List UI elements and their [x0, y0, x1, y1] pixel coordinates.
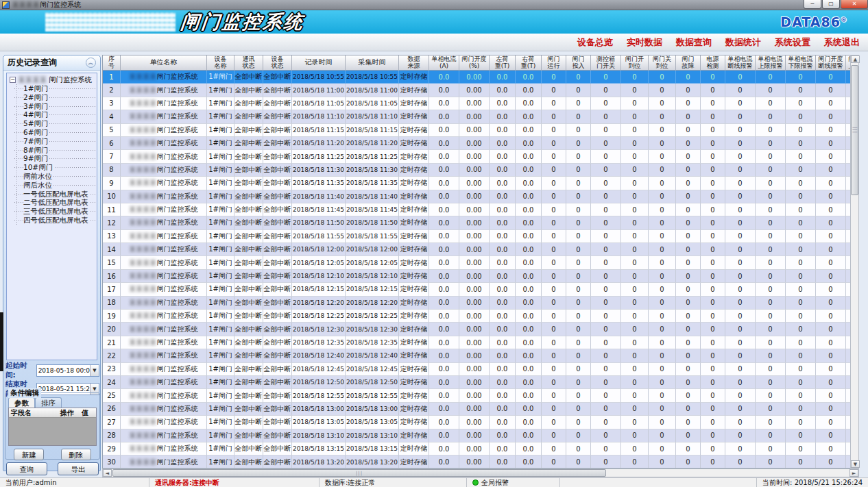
- table-row[interactable]: 24某某某某闸门监控系统1#闸门全部中断全部中断2018/5/18 12:502…: [103, 376, 850, 389]
- tree-root-node[interactable]: − 某某某某 闸门监控系统: [10, 75, 97, 84]
- delete-condition-button[interactable]: 删除: [61, 449, 91, 460]
- scroll-down-icon[interactable]: ▼: [851, 460, 860, 468]
- column-header[interactable]: 测控箱 门开关: [591, 55, 621, 71]
- table-row[interactable]: 21某某某某闸门监控系统1#闸门全部中断全部中断2018/5/18 12:352…: [103, 336, 850, 349]
- tree-item[interactable]: 闸后水位: [14, 181, 97, 190]
- column-header[interactable]: 设备 状态: [263, 55, 292, 71]
- column-header[interactable]: 右荷 重(T): [516, 55, 542, 71]
- tree-item[interactable]: 二号低压配电屏电表: [14, 198, 97, 207]
- menu-data-statistics[interactable]: 数据统计: [725, 36, 761, 49]
- start-time-picker[interactable]: 2018-05-18 00:0 ▼: [36, 364, 99, 377]
- close-button[interactable]: ✕: [841, 0, 868, 9]
- maximize-button[interactable]: ▢: [822, 0, 840, 9]
- table-row[interactable]: 10某某某某闸门监控系统1#闸门全部中断全部中断2018/5/18 11:402…: [103, 190, 850, 203]
- tree-item[interactable]: 闸前水位: [14, 172, 97, 181]
- horizontal-scrollbar-thumb[interactable]: |||: [112, 469, 606, 477]
- query-button[interactable]: 查询: [6, 462, 47, 475]
- column-header[interactable]: 单相电流 (A): [429, 55, 459, 71]
- table-row[interactable]: 26某某某某闸门监控系统1#闸门全部中断全部中断2018/5/18 13:002…: [103, 403, 850, 416]
- tree-item[interactable]: 8#闸门: [14, 146, 97, 155]
- column-header[interactable]: 闸门 投入: [566, 55, 591, 71]
- vertical-scrollbar[interactable]: ▲ ||| ▼: [850, 55, 859, 469]
- table-row[interactable]: 1某某某某闸门监控系统1#闸门全部中断全部中断2018/5/18 10:5520…: [103, 71, 850, 84]
- table-row[interactable]: 27某某某某闸门监控系统1#闸门全部中断全部中断2018/5/18 13:052…: [103, 416, 850, 429]
- tree-item[interactable]: 四号低压配电屏电表: [14, 216, 97, 225]
- table-row[interactable]: 9某某某某闸门监控系统1#闸门全部中断全部中断2018/5/18 11:3520…: [103, 177, 850, 190]
- column-header[interactable]: 左荷 重(T): [490, 55, 516, 71]
- table-row[interactable]: 17某某某某闸门监控系统1#闸门全部中断全部中断2018/5/18 12:152…: [103, 283, 850, 296]
- tree-item[interactable]: 三号低压配电屏电表: [14, 207, 97, 216]
- table-row[interactable]: 23某某某某闸门监控系统1#闸门全部中断全部中断2018/5/18 12:452…: [103, 363, 850, 376]
- cell: 2018/5/18 12:00: [346, 243, 399, 256]
- table-row[interactable]: 19某某某某闸门监控系统1#闸门全部中断全部中断2018/5/18 12:252…: [103, 310, 850, 323]
- column-header[interactable]: 单相电流 断线报警: [725, 55, 756, 71]
- menu-device-overview[interactable]: 设备总览: [577, 36, 613, 49]
- table-row[interactable]: 13某某某某闸门监控系统1#闸门全部中断全部中断2018/5/18 11:552…: [103, 230, 850, 243]
- table-row[interactable]: 4某某某某闸门监控系统1#闸门全部中断全部中断2018/5/18 11:1020…: [103, 110, 850, 123]
- column-header[interactable]: 电源 检测: [701, 55, 725, 71]
- tree-item[interactable]: 3#闸门: [14, 102, 97, 111]
- minimize-button[interactable]: ─: [804, 0, 821, 9]
- scroll-left-icon[interactable]: ◄: [103, 469, 112, 477]
- new-condition-button[interactable]: 新建: [14, 449, 44, 460]
- start-time-dropdown-icon[interactable]: ▼: [90, 365, 99, 376]
- tree-item[interactable]: 10#闸门: [14, 163, 97, 172]
- horizontal-scrollbar[interactable]: ◄ ||| ►: [102, 469, 859, 477]
- table-row[interactable]: 16某某某某闸门监控系统1#闸门全部中断全部中断2018/5/18 12:102…: [103, 270, 850, 283]
- table-row[interactable]: 15某某某某闸门监控系统1#闸门全部中断全部中断2018/5/18 12:052…: [103, 256, 850, 269]
- column-header[interactable]: 闸门开度 断线报警: [816, 55, 846, 71]
- column-header[interactable]: 单位名称: [121, 55, 207, 71]
- tab-sort[interactable]: 排序: [35, 397, 62, 408]
- tree-item[interactable]: 9#闸门: [14, 154, 97, 163]
- column-header[interactable]: 闸门 运行: [542, 55, 566, 71]
- column-header[interactable]: 通讯 状态: [234, 55, 263, 71]
- column-header[interactable]: 数据 来源: [399, 55, 429, 71]
- table-row[interactable]: 28某某某某闸门监控系统1#闸门全部中断全部中断2018/5/18 13:102…: [103, 429, 850, 442]
- table-row[interactable]: 7某某某某闸门监控系统1#闸门全部中断全部中断2018/5/18 11:2520…: [103, 150, 850, 163]
- column-header[interactable]: 闸门关 到位: [649, 55, 676, 71]
- table-row[interactable]: 29某某某某闸门监控系统1#闸门全部中断全部中断2018/5/18 13:152…: [103, 442, 850, 455]
- scroll-right-icon[interactable]: ►: [849, 469, 858, 477]
- collapse-panel-icon[interactable]: ︽: [86, 58, 96, 68]
- column-header[interactable]: 单相电流 上限报警: [756, 55, 786, 71]
- condition-list[interactable]: 字段名 操作 值: [8, 408, 97, 446]
- table-row[interactable]: 3某某某某闸门监控系统1#闸门全部中断全部中断2018/5/18 11:0520…: [103, 97, 850, 110]
- menu-data-query[interactable]: 数据查询: [676, 36, 712, 49]
- table-row[interactable]: 11某某某某闸门监控系统1#闸门全部中断全部中断2018/5/18 11:452…: [103, 203, 850, 216]
- export-button[interactable]: 导出: [58, 462, 99, 475]
- column-header[interactable]: 序 号: [103, 55, 121, 71]
- table-row[interactable]: 14某某某某闸门监控系统1#闸门全部中断全部中断2018/5/18 12:002…: [103, 243, 850, 256]
- column-header[interactable]: 设备 名称: [207, 55, 234, 71]
- column-header[interactable]: 闸门开度 (%): [459, 55, 490, 71]
- table-row[interactable]: 6某某某某闸门监控系统1#闸门全部中断全部中断2018/5/18 11:2020…: [103, 137, 850, 150]
- table-row[interactable]: 2某某某某闸门监控系统1#闸门全部中断全部中断2018/5/18 11:0020…: [103, 84, 850, 97]
- vertical-scrollbar-thumb[interactable]: |||: [851, 65, 858, 195]
- tree-item[interactable]: 4#闸门: [14, 110, 97, 119]
- cell: 0: [566, 150, 591, 163]
- table-row[interactable]: 12某某某某闸门监控系统1#闸门全部中断全部中断2018/5/18 11:502…: [103, 216, 850, 229]
- scroll-up-icon[interactable]: ▲: [851, 55, 860, 63]
- table-row[interactable]: 18某某某某闸门监控系统1#闸门全部中断全部中断2018/5/18 12:202…: [103, 297, 850, 310]
- table-row[interactable]: 5某某某某闸门监控系统1#闸门全部中断全部中断2018/5/18 11:1520…: [103, 124, 850, 137]
- column-header[interactable]: 闸门开 到位: [621, 55, 649, 71]
- tree-item[interactable]: 1#闸门: [14, 84, 97, 93]
- menu-realtime-data[interactable]: 实时数据: [627, 36, 662, 49]
- table-row[interactable]: 20某某某某闸门监控系统1#闸门全部中断全部中断2018/5/18 12:302…: [103, 323, 850, 336]
- tab-parameters[interactable]: 参数: [8, 397, 35, 408]
- column-header[interactable]: 采集时间: [346, 55, 399, 71]
- table-row[interactable]: 8某某某某闸门监控系统1#闸门全部中断全部中断2018/5/18 11:3020…: [103, 164, 850, 177]
- table-row[interactable]: 22某某某某闸门监控系统1#闸门全部中断全部中断2018/5/18 12:402…: [103, 349, 850, 362]
- tree-item[interactable]: 2#闸门: [14, 93, 97, 102]
- tree-item[interactable]: 5#闸门: [14, 119, 97, 128]
- column-header[interactable]: 闸门 故障: [676, 55, 701, 71]
- table-row[interactable]: 25某某某某闸门监控系统1#闸门全部中断全部中断2018/5/18 12:552…: [103, 389, 850, 402]
- menu-system-exit[interactable]: 系统退出: [824, 36, 860, 49]
- tree-collapse-icon[interactable]: −: [10, 77, 16, 83]
- tree-item[interactable]: 7#闸门: [14, 137, 97, 146]
- tree-item[interactable]: 6#闸门: [14, 128, 97, 137]
- table-row[interactable]: 30某某某某闸门监控系统1#闸门全部中断全部中断2018/5/18 13:202…: [103, 455, 850, 469]
- menu-system-settings[interactable]: 系统设置: [775, 36, 810, 49]
- column-header[interactable]: 单相电流 下限报警: [786, 55, 816, 71]
- tree-item[interactable]: 一号低压配电屏电表: [14, 190, 97, 199]
- column-header[interactable]: 记录时间: [292, 55, 346, 71]
